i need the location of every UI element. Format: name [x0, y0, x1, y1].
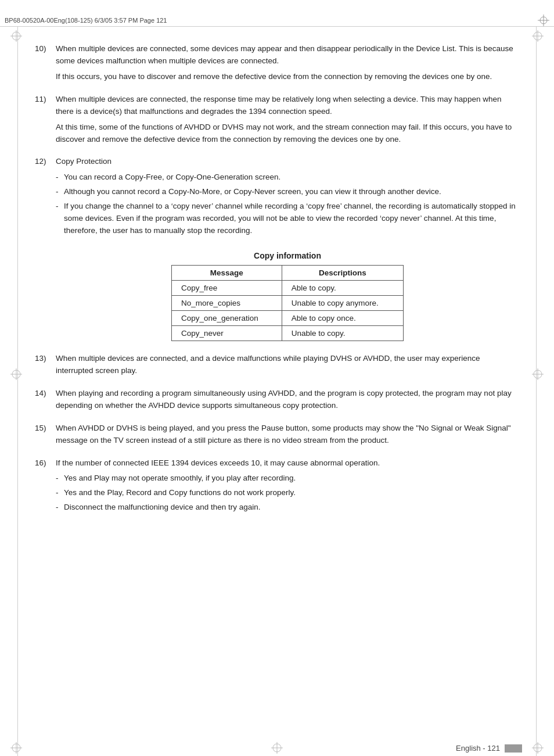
item-16-number: 16)	[35, 457, 56, 517]
item-14-para-1: When playing and recording a program sim…	[56, 388, 519, 412]
item-14-number: 14)	[35, 388, 56, 412]
bullet-item-3: - If you change the channel to a ‘copy n…	[56, 200, 519, 237]
footer: English - 121	[456, 744, 522, 753]
item-12: 12) Copy Protection - You can record a C…	[35, 156, 519, 239]
table-cell-desc-2: Unable to copy anymore.	[282, 295, 403, 310]
dash-icon-3: -	[56, 200, 64, 237]
header-text: BP68-00520A-00Eng(108-125) 6/3/05 3:57 P…	[5, 17, 538, 24]
item-10-body: When multiple devices are connected, som…	[56, 43, 519, 83]
page-container: BP68-00520A-00Eng(108-125) 6/3/05 3:57 P…	[0, 14, 554, 756]
reg-mark-bottom-right	[532, 742, 544, 754]
header-bar: BP68-00520A-00Eng(108-125) 6/3/05 3:57 P…	[0, 14, 554, 27]
table-cell-message-4: Copy_never	[172, 325, 282, 341]
bullet-text-16-2: Yes and the Play, Record and Copy functi…	[64, 487, 296, 499]
border-left	[17, 27, 18, 756]
table-cell-desc-1: Able to copy.	[282, 280, 403, 295]
item-11-body: When multiple devices are connected, the…	[56, 94, 519, 146]
table-row: No_more_copies Unable to copy anymore.	[172, 295, 404, 310]
item-15: 15) When AVHDD or DVHS is being played, …	[35, 422, 519, 447]
dash-icon-16-2: -	[56, 487, 64, 499]
footer-bar	[505, 744, 522, 753]
bullet-text-16-1: Yes and Play may not operate smoothly, i…	[64, 472, 296, 485]
main-content: 10) When multiple devices are connected,…	[35, 14, 519, 516]
item-15-para-1: When AVHDD or DVHS is being played, and …	[56, 422, 519, 447]
table-cell-message-1: Copy_free	[172, 280, 282, 295]
item-12-bullets: - You can record a Copy-Free, or Copy-On…	[56, 171, 519, 237]
item-14-body: When playing and recording a program sim…	[56, 388, 519, 412]
item-16-body: If the number of connected IEEE 1394 dev…	[56, 457, 519, 517]
dash-icon-16-3: -	[56, 501, 64, 514]
item-16: 16) If the number of connected IEEE 1394…	[35, 457, 519, 517]
reg-mark-mid-right	[532, 368, 544, 380]
item-14: 14) When playing and recording a program…	[35, 388, 519, 412]
table-cell-message-3: Copy_one_generation	[172, 310, 282, 325]
reg-mark-top-left	[10, 30, 22, 42]
item-16-para-1: If the number of connected IEEE 1394 dev…	[56, 457, 519, 470]
table-cell-message-2: No_more_copies	[172, 295, 282, 310]
dash-icon-1: -	[56, 171, 64, 184]
dash-icon-2: -	[56, 186, 64, 198]
bullet-item-16-1: - Yes and Play may not operate smoothly,…	[56, 472, 519, 485]
item-10-para-1: When multiple devices are connected, som…	[56, 43, 519, 67]
item-15-number: 15)	[35, 422, 56, 447]
col-header-message: Message	[172, 265, 282, 280]
reg-mark-mid-left	[10, 368, 22, 380]
bullet-item-1: - You can record a Copy-Free, or Copy-On…	[56, 171, 519, 184]
item-11-para-1: When multiple devices are connected, the…	[56, 94, 519, 118]
copy-info-title: Copy information	[56, 251, 519, 260]
item-12-body: Copy Protection - You can record a Copy-…	[56, 156, 519, 239]
header-crosshair-icon	[538, 15, 549, 26]
bullet-text-2: Although you cannot record a Copy-No-Mor…	[64, 186, 441, 198]
table-cell-desc-4: Unable to copy.	[282, 325, 403, 341]
item-10-number: 10)	[35, 43, 56, 83]
item-13-para-1: When multiple devices are connected, and…	[56, 353, 519, 377]
item-13-body: When multiple devices are connected, and…	[56, 353, 519, 377]
item-12-title: Copy Protection	[56, 156, 519, 168]
reg-mark-bottom-center	[271, 742, 283, 754]
reg-mark-top-right	[532, 30, 544, 42]
item-10-para-2: If this occurs, you have to discover and…	[56, 71, 519, 83]
bullet-text-1: You can record a Copy-Free, or Copy-One-…	[64, 171, 280, 184]
bullet-text-3: If you change the channel to a ‘copy nev…	[64, 200, 519, 237]
item-16-bullets: - Yes and Play may not operate smoothly,…	[56, 472, 519, 514]
table-header-row: Message Descriptions	[172, 265, 404, 280]
item-15-body: When AVHDD or DVHS is being played, and …	[56, 422, 519, 447]
col-header-descriptions: Descriptions	[282, 265, 403, 280]
reg-mark-bottom-left	[10, 742, 22, 754]
bullet-item-16-3: - Disconnect the malfunctioning device a…	[56, 501, 519, 514]
table-row: Copy_free Able to copy.	[172, 280, 404, 295]
bullet-item-16-2: - Yes and the Play, Record and Copy func…	[56, 487, 519, 499]
bullet-text-16-3: Disconnect the malfunctioning device and…	[64, 501, 260, 514]
table-cell-desc-3: Able to copy once.	[282, 310, 403, 325]
item-12-number: 12)	[35, 156, 56, 239]
item-11-number: 11)	[35, 94, 56, 146]
item-10: 10) When multiple devices are connected,…	[35, 43, 519, 83]
item-13-number: 13)	[35, 353, 56, 377]
bullet-item-2: - Although you cannot record a Copy-No-M…	[56, 186, 519, 198]
item-11-para-2: At this time, some of the functions of A…	[56, 121, 519, 146]
table-row: Copy_one_generation Able to copy once.	[172, 310, 404, 325]
dash-icon-16-1: -	[56, 472, 64, 485]
item-11: 11) When multiple devices are connected,…	[35, 94, 519, 146]
copy-info-section: Copy information Message Descriptions Co…	[56, 251, 519, 341]
item-13: 13) When multiple devices are connected,…	[35, 353, 519, 377]
border-right	[536, 27, 537, 756]
table-row: Copy_never Unable to copy.	[172, 325, 404, 341]
footer-text: English - 121	[456, 744, 500, 753]
copy-table: Message Descriptions Copy_free Able to c…	[171, 265, 404, 341]
